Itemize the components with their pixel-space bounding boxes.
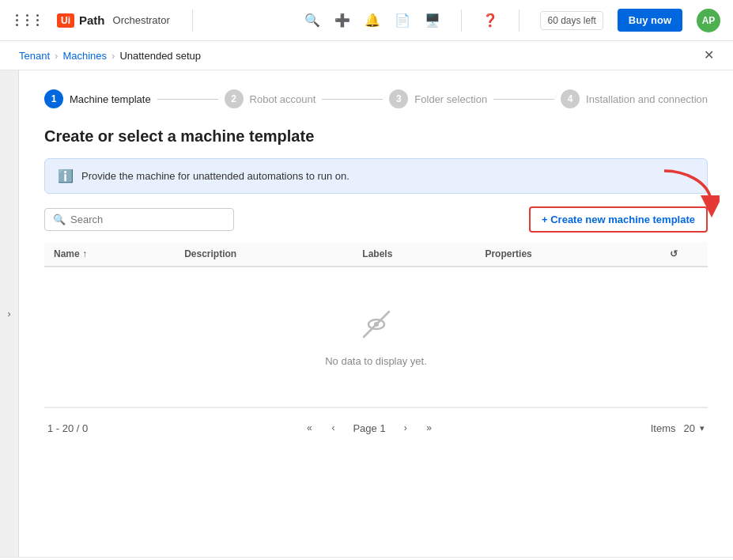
main-wrapper: › 1 Machine template 2 Robot account 3 F… bbox=[0, 70, 733, 557]
first-page-button[interactable]: « bbox=[299, 418, 319, 438]
breadcrumb-sep2: › bbox=[111, 50, 115, 62]
search-box-icon: 🔍 bbox=[53, 214, 66, 225]
step-circle-1: 1 bbox=[44, 89, 63, 108]
page-title: Create or select a machine template bbox=[44, 127, 708, 146]
col-labels: Labels bbox=[353, 242, 475, 267]
avatar[interactable]: AP bbox=[697, 9, 720, 32]
create-machine-template-button[interactable]: + Create new machine template bbox=[529, 206, 708, 233]
step-1: 1 Machine template bbox=[44, 89, 151, 108]
page-label: Page 1 bbox=[346, 422, 391, 434]
info-text: Provide the machine for unattended autom… bbox=[81, 170, 349, 182]
grid-menu-icon[interactable] bbox=[13, 11, 47, 29]
footer-bar: Cancel Back Next bbox=[0, 557, 733, 560]
last-page-button[interactable]: » bbox=[419, 418, 440, 438]
stepper: 1 Machine template 2 Robot account 3 Fol… bbox=[44, 89, 708, 108]
empty-text: No data to display yet. bbox=[54, 355, 698, 367]
items-per-page[interactable]: Items 20 ▾ bbox=[651, 422, 705, 434]
col-name[interactable]: Name ↑ bbox=[44, 242, 175, 267]
trial-badge: 60 days left bbox=[540, 11, 603, 30]
search-icon[interactable]: 🔍 bbox=[304, 13, 320, 28]
step-label-1: Machine template bbox=[70, 93, 151, 105]
page-nav: « ‹ Page 1 › » bbox=[299, 418, 439, 438]
document-icon[interactable]: 📄 bbox=[395, 13, 410, 28]
breadcrumb-current: Unattended setup bbox=[119, 50, 201, 62]
toolbar: 🔍 + Create new machine template bbox=[44, 206, 708, 233]
nav-divider bbox=[192, 9, 193, 32]
step-2: 2 Robot account bbox=[225, 89, 316, 108]
items-label: Items bbox=[651, 422, 676, 434]
step-3: 3 Folder selection bbox=[389, 89, 487, 108]
content-area: 1 Machine template 2 Robot account 3 Fol… bbox=[19, 70, 733, 557]
step-label-2: Robot account bbox=[250, 93, 316, 105]
step-circle-3: 3 bbox=[389, 89, 408, 108]
step-label-3: Folder selection bbox=[414, 93, 487, 105]
bell-icon[interactable]: 🔔 bbox=[365, 13, 380, 28]
prev-page-button[interactable]: ‹ bbox=[323, 418, 343, 438]
logo-orchestrator-text: Orchestrator bbox=[113, 14, 170, 26]
step-circle-4: 4 bbox=[561, 89, 580, 108]
ui-logo-box: Ui bbox=[57, 13, 74, 28]
icon-divider2 bbox=[519, 9, 520, 32]
step-connector-1 bbox=[157, 99, 218, 100]
search-input[interactable] bbox=[70, 214, 225, 225]
buy-now-button[interactable]: Buy now bbox=[618, 9, 682, 32]
sidebar-toggle[interactable]: › bbox=[0, 70, 19, 557]
monitor-icon[interactable]: 🖥️ bbox=[425, 13, 440, 28]
add-icon[interactable]: ➕ bbox=[334, 13, 350, 28]
col-refresh[interactable]: ↺ bbox=[640, 242, 708, 267]
col-properties: Properties bbox=[475, 242, 640, 267]
close-button[interactable]: ✕ bbox=[704, 49, 714, 62]
create-btn-wrapper: + Create new machine template bbox=[529, 206, 708, 233]
breadcrumb: Tenant › Machines › Unattended setup ✕ bbox=[0, 41, 733, 70]
pagination-bar: 1 - 20 / 0 « ‹ Page 1 › » Items 20 ▾ bbox=[44, 407, 708, 448]
nav-icons: 🔍 ➕ 🔔 📄 🖥️ ❓ 60 days left Buy now AP bbox=[304, 9, 720, 32]
step-label-4: Installation and connection bbox=[586, 93, 708, 105]
breadcrumb-machines[interactable]: Machines bbox=[62, 50, 107, 62]
info-banner: ℹ️ Provide the machine for unattended au… bbox=[44, 158, 708, 194]
chevron-down-icon: ▾ bbox=[700, 423, 705, 433]
col-description: Description bbox=[175, 242, 353, 267]
breadcrumb-sep1: › bbox=[55, 50, 58, 62]
step-4: 4 Installation and connection bbox=[561, 89, 708, 108]
help-icon[interactable]: ❓ bbox=[482, 13, 498, 28]
next-page-button[interactable]: › bbox=[395, 418, 416, 438]
info-icon: ℹ️ bbox=[58, 168, 74, 184]
logo-area: Ui Path Orchestrator bbox=[57, 13, 170, 28]
no-data-icon bbox=[54, 307, 698, 349]
items-value: 20 bbox=[684, 422, 695, 434]
step-connector-2 bbox=[322, 99, 383, 100]
empty-state: No data to display yet. bbox=[54, 275, 698, 399]
page-range: 1 - 20 / 0 bbox=[47, 422, 88, 434]
logo-path-text: Path bbox=[79, 13, 105, 27]
step-circle-2: 2 bbox=[225, 89, 244, 108]
icon-divider bbox=[461, 9, 462, 32]
machine-templates-table: Name ↑ Description Labels Properties ↺ bbox=[44, 242, 708, 407]
step-connector-3 bbox=[493, 99, 554, 100]
breadcrumb-tenant[interactable]: Tenant bbox=[19, 50, 50, 62]
search-box[interactable]: 🔍 bbox=[44, 208, 234, 231]
top-navigation: Ui Path Orchestrator 🔍 ➕ 🔔 📄 🖥️ ❓ 60 day… bbox=[0, 0, 733, 41]
